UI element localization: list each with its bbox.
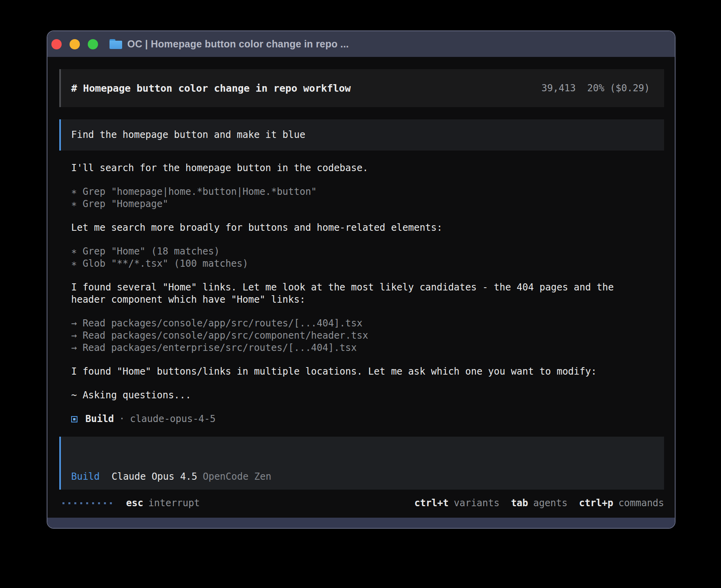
zoom-button[interactable] xyxy=(88,39,98,49)
session-stats: 39,41320%($0.29) xyxy=(542,82,650,94)
tool-line-read: → Read packages/console/app/src/routes/[… xyxy=(71,317,629,330)
spinner-dot xyxy=(104,502,106,504)
shortcut-key-ctrl-t: ctrl+t xyxy=(414,497,449,509)
folder-icon xyxy=(109,39,122,49)
prompt-input[interactable]: Build Claude Opus 4.5 OpenCode Zen xyxy=(59,437,664,490)
spinner-dot xyxy=(80,502,82,504)
agent-badge: Build · claude-opus-4-5 xyxy=(71,413,664,425)
spinner-dot xyxy=(74,502,76,504)
shortcut-label-interrupt: interrupt xyxy=(148,497,200,509)
tool-line-read: → Read packages/console/app/src/componen… xyxy=(71,330,629,342)
input-mode-label[interactable]: Build xyxy=(71,471,100,483)
tool-line-glob: ∗ Glob "**/*.tsx" (100 matches) xyxy=(71,258,629,270)
shortcut-label-agents: agents xyxy=(533,497,568,509)
spinner-dot xyxy=(86,502,88,504)
window-bottom-strip xyxy=(47,518,675,528)
assistant-text: I found several "Home" links. Let me loo… xyxy=(71,281,629,306)
shortcut-key-esc: esc xyxy=(126,497,143,509)
minimize-button[interactable] xyxy=(70,39,80,49)
agent-build-icon xyxy=(71,416,77,422)
tool-line-grep: ∗ Grep "Homepage" xyxy=(71,198,629,210)
agent-model: claude-opus-4-5 xyxy=(130,413,216,425)
agent-separator: · xyxy=(119,413,125,425)
assistant-transcript: I'll search for the homepage button in t… xyxy=(71,162,664,401)
session-cost: ($0.29) xyxy=(610,83,650,94)
input-footer: Build Claude Opus 4.5 OpenCode Zen xyxy=(71,471,271,483)
window-titlebar[interactable]: OC | Homepage button color change in rep… xyxy=(47,31,675,57)
spinner-dot xyxy=(68,502,70,504)
shortcut-label-commands: commands xyxy=(618,497,664,509)
agent-name: Build xyxy=(85,413,114,425)
shortcut-key-ctrl-p: ctrl+p xyxy=(579,497,613,509)
context-percent: 20% xyxy=(587,83,604,94)
session-header: # Homepage button color change in repo w… xyxy=(59,69,664,107)
spinner-dots xyxy=(62,502,116,504)
status-bar: esc interrupt ctrl+t variants tab agents… xyxy=(59,497,664,509)
status-bar-shortcuts: ctrl+t variants tab agents ctrl+p comman… xyxy=(403,497,664,509)
shortcut-key-tab: tab xyxy=(511,497,528,509)
assistant-text: I'll search for the homepage button in t… xyxy=(71,162,629,174)
tool-line-grep: ∗ Grep "homepage|home.*button|Home.*butt… xyxy=(71,186,629,198)
spinner-dot xyxy=(62,502,64,504)
session-title: # Homepage button color change in repo w… xyxy=(71,82,542,94)
tool-line-grep: ∗ Grep "Home" (18 matches) xyxy=(71,245,629,258)
shortcut-variants: ctrl+t variants xyxy=(414,497,499,509)
terminal-content: # Homepage button color change in repo w… xyxy=(47,57,675,509)
spinner-dot xyxy=(110,502,112,504)
close-button[interactable] xyxy=(51,39,62,49)
status-line-asking: ~ Asking questions... xyxy=(71,389,629,401)
shortcut-agents: tab agents xyxy=(511,497,568,509)
token-count: 39,413 xyxy=(542,83,576,94)
tool-line-read: → Read packages/enterprise/src/routes/[.… xyxy=(71,342,629,354)
user-message-text: Find the homepage button and make it blu… xyxy=(71,129,305,141)
spinner-dot xyxy=(92,502,94,504)
assistant-text: Let me search more broadly for buttons a… xyxy=(71,222,629,234)
shortcut-label-variants: variants xyxy=(454,497,500,509)
spinner-dot xyxy=(98,502,100,504)
input-provider-label: OpenCode Zen xyxy=(203,471,271,483)
shortcut-commands: ctrl+p commands xyxy=(579,497,664,509)
user-message: Find the homepage button and make it blu… xyxy=(59,119,664,151)
window-title: OC | Homepage button color change in rep… xyxy=(127,38,349,50)
assistant-text: I found "Home" buttons/links in multiple… xyxy=(71,366,629,378)
terminal-window: OC | Homepage button color change in rep… xyxy=(47,30,676,529)
desktop-background: OC | Homepage button color change in rep… xyxy=(0,0,721,588)
input-model-label[interactable]: Claude Opus 4.5 xyxy=(111,471,197,483)
